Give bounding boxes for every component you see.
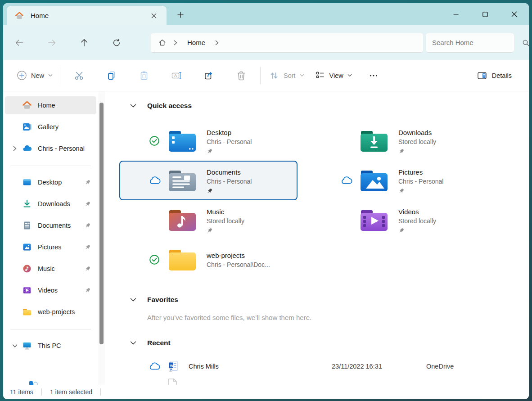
- tab-close-icon[interactable]: [148, 9, 160, 22]
- tile-desktop[interactable]: Desktop Chris - Personal: [119, 121, 298, 161]
- chevron-down-icon[interactable]: [130, 104, 136, 108]
- recent-file-row[interactable]: W Chris Mills 23/11/2022 16:31 OneDrive: [105, 357, 529, 375]
- chevron-down-icon: [48, 74, 53, 77]
- sidebar-label: Desktop: [38, 179, 62, 186]
- more-button[interactable]: [364, 66, 383, 86]
- section-favorites-header[interactable]: Favorites: [105, 294, 529, 305]
- chevron-right-icon[interactable]: [8, 146, 22, 151]
- desktop-folder-icon: [168, 129, 197, 153]
- maximize-button[interactable]: [470, 3, 500, 25]
- recent-file-location: OneDrive: [426, 363, 454, 370]
- sidebar-label: Videos: [38, 287, 58, 294]
- sidebar-item-this-pc[interactable]: This PC: [5, 337, 96, 355]
- delete-button[interactable]: [231, 66, 251, 86]
- new-button[interactable]: New: [15, 68, 57, 83]
- pin-icon: [85, 266, 91, 272]
- search-icon[interactable]: [522, 39, 529, 47]
- close-button[interactable]: [500, 3, 529, 25]
- minimize-button[interactable]: [441, 3, 470, 25]
- chevron-down-icon[interactable]: [8, 344, 22, 348]
- pictures-icon: [22, 242, 32, 252]
- rename-button[interactable]: A: [167, 66, 186, 86]
- address-bar[interactable]: Home: [150, 33, 424, 53]
- section-quick-access-header[interactable]: Quick access: [105, 100, 529, 111]
- cut-button[interactable]: [69, 66, 89, 86]
- view-button[interactable]: View: [310, 67, 357, 84]
- sidebar-label: Documents: [38, 222, 71, 229]
- sidebar-label: This PC: [38, 342, 61, 349]
- status-divider: [41, 388, 42, 396]
- close-icon: [511, 11, 517, 17]
- breadcrumb-home[interactable]: Home: [187, 39, 205, 46]
- sidebar-item-downloads[interactable]: Downloads: [5, 195, 96, 213]
- tile-name: Pictures: [398, 167, 443, 177]
- up-button[interactable]: [74, 33, 94, 53]
- chevron-down-icon[interactable]: [130, 298, 136, 302]
- recent-file-date: 23/11/2022 16:31: [332, 363, 426, 370]
- sort-button[interactable]: Sort: [263, 67, 310, 85]
- chevron-down-icon[interactable]: [130, 341, 136, 345]
- cloud-icon: [149, 362, 160, 371]
- tile-downloads[interactable]: Downloads Stored locally: [311, 121, 489, 161]
- back-button[interactable]: [9, 33, 29, 53]
- plus-circle-icon: [17, 70, 27, 81]
- search-input[interactable]: [432, 39, 522, 46]
- tile-web-projects[interactable]: web-projects Chris - Personal\Doc...: [119, 240, 298, 279]
- music-icon: [22, 264, 32, 274]
- sidebar-item-music[interactable]: Music: [5, 260, 96, 278]
- new-tab-button[interactable]: [173, 7, 188, 23]
- chevron-right-icon[interactable]: [215, 40, 219, 45]
- videos-folder-icon: [360, 208, 388, 232]
- chevron-right-icon[interactable]: [174, 40, 177, 45]
- sidebar-divider: [10, 166, 91, 166]
- back-icon: [14, 38, 24, 48]
- sidebar-label: Home: [38, 102, 55, 109]
- section-title: Favorites: [147, 296, 178, 304]
- sidebar-item-gallery[interactable]: Gallery: [5, 118, 96, 136]
- sidebar-label: web-projects: [38, 308, 75, 315]
- search-box: [425, 33, 514, 53]
- share-button[interactable]: [199, 66, 219, 86]
- maximize-icon: [482, 12, 488, 17]
- copy-button[interactable]: [102, 66, 122, 86]
- sidebar-item-videos[interactable]: Videos: [5, 281, 96, 299]
- tile-documents[interactable]: Documents Chris - Personal: [119, 161, 298, 200]
- word-doc-icon: W: [168, 360, 180, 372]
- section-recent-header[interactable]: Recent: [105, 338, 529, 348]
- refresh-icon: [112, 38, 122, 48]
- pin-icon: [207, 148, 252, 154]
- pin-icon: [398, 227, 436, 234]
- tab-home[interactable]: Home: [7, 6, 167, 25]
- sidebar-label: Downloads: [38, 200, 70, 207]
- scrollbar-thumb[interactable]: [99, 103, 104, 344]
- sidebar-scrollbar[interactable]: [98, 91, 105, 385]
- plus-icon: [177, 11, 184, 18]
- details-button[interactable]: Details: [471, 67, 517, 85]
- pin-icon: [85, 244, 91, 250]
- desktop-icon: [22, 177, 32, 187]
- minimize-icon: [453, 12, 459, 17]
- refresh-button[interactable]: [107, 33, 126, 53]
- pin-icon: [85, 287, 91, 293]
- sidebar-item-pictures[interactable]: Pictures: [5, 238, 96, 256]
- forward-icon: [47, 38, 57, 48]
- sidebar-item-web-projects[interactable]: web-projects: [5, 303, 96, 321]
- forward-button[interactable]: [42, 33, 62, 53]
- tile-pictures[interactable]: Pictures Chris - Personal: [311, 161, 489, 200]
- clipped-file-icon: [168, 378, 178, 385]
- sidebar-item-home[interactable]: Home: [5, 96, 96, 114]
- folder-icon: [22, 307, 32, 317]
- home-icon[interactable]: [158, 38, 167, 47]
- tile-music[interactable]: Music Stored locally: [119, 200, 298, 240]
- sidebar-item-onedrive[interactable]: Chris - Personal: [5, 140, 96, 158]
- rename-icon: A: [171, 70, 182, 81]
- sidebar-item-documents[interactable]: Documents: [5, 216, 96, 234]
- up-icon: [79, 38, 89, 48]
- pictures-folder-icon: [360, 169, 388, 192]
- sidebar-item-desktop[interactable]: Desktop: [5, 173, 96, 191]
- tile-videos[interactable]: Videos Stored locally: [311, 200, 489, 240]
- details-label: Details: [492, 72, 512, 79]
- paste-button[interactable]: [134, 66, 154, 86]
- tile-name: Desktop: [207, 128, 252, 137]
- more-icon: [369, 71, 379, 81]
